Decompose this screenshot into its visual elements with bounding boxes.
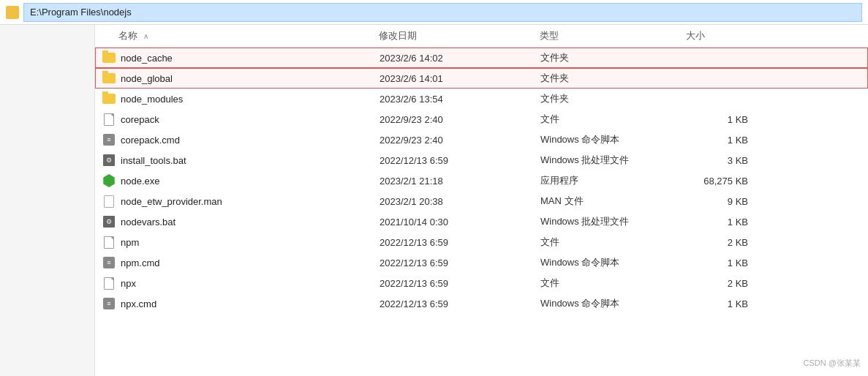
file-name-label: npx xyxy=(121,278,136,289)
table-row[interactable]: install_tools.bat 2022/12/13 6:59 Window… xyxy=(95,150,868,170)
file-size-cell: 1 KB xyxy=(687,298,760,309)
col-header-size[interactable]: 大小 xyxy=(686,29,759,42)
file-date-cell: 2022/12/13 6:59 xyxy=(380,298,540,309)
file-name-cell: npm xyxy=(102,235,380,249)
file-icon-wrapper xyxy=(102,214,116,229)
table-row[interactable]: nodevars.bat 2021/10/14 0:30 Windows 批处理… xyxy=(95,211,868,232)
file-name-label: npx.cmd xyxy=(121,298,156,309)
file-size-cell: 2 KB xyxy=(687,278,760,289)
file-name-label: corepack.cmd xyxy=(121,135,180,146)
file-icon-wrapper xyxy=(102,132,116,147)
sort-arrow-icon: ∧ xyxy=(143,32,148,40)
file-date-cell: 2023/2/1 20:38 xyxy=(380,196,540,207)
file-date-cell: 2021/10/14 0:30 xyxy=(380,217,540,228)
table-row[interactable]: node.exe 2023/2/1 21:18 应用程序 68,275 KB xyxy=(95,170,868,191)
file-type-cell: 文件夹 xyxy=(540,92,687,105)
file-date-cell: 2023/2/6 14:01 xyxy=(380,73,540,84)
table-row[interactable]: npx.cmd 2022/12/13 6:59 Windows 命令脚本 1 K… xyxy=(95,293,868,314)
file-type-cell: Windows 批处理文件 xyxy=(540,215,687,228)
sidebar xyxy=(0,25,95,376)
table-row[interactable]: node_global 2023/2/6 14:01 文件夹 xyxy=(95,68,868,89)
file-size-cell: 2 KB xyxy=(687,237,760,248)
file-name-label: corepack xyxy=(121,114,159,125)
file-icon xyxy=(104,113,114,126)
column-header: 名称 ∧ 修改日期 类型 大小 xyxy=(95,25,868,48)
file-type-cell: 文件夹 xyxy=(540,72,687,85)
file-type-cell: Windows 命令脚本 xyxy=(540,133,687,146)
file-icon-wrapper xyxy=(102,173,116,188)
file-name-label: node_etw_provider.man xyxy=(121,196,222,207)
file-name-cell: corepack.cmd xyxy=(102,132,380,147)
file-size-cell: 3 KB xyxy=(687,155,760,166)
file-name-cell: node_cache xyxy=(102,50,380,65)
table-row[interactable]: npm 2022/12/13 6:59 文件 2 KB xyxy=(95,232,868,252)
file-size-cell: 68,275 KB xyxy=(687,176,760,187)
file-icon xyxy=(104,277,114,290)
file-size-cell: 9 KB xyxy=(687,196,760,207)
file-date-cell: 2022/12/13 6:59 xyxy=(380,237,540,248)
file-date-cell: 2022/9/23 2:40 xyxy=(380,135,540,146)
file-name-label: install_tools.bat xyxy=(121,155,186,166)
file-icon-wrapper xyxy=(102,71,116,86)
file-icon-wrapper xyxy=(102,153,116,168)
table-row[interactable]: node_cache 2023/2/6 14:02 文件夹 xyxy=(95,48,868,68)
file-type-cell: Windows 命令脚本 xyxy=(540,297,687,310)
cmd-icon xyxy=(103,134,115,146)
file-date-cell: 2022/12/13 6:59 xyxy=(380,278,540,289)
col-header-name[interactable]: 名称 ∧ xyxy=(101,29,379,42)
file-date-cell: 2023/2/6 14:02 xyxy=(380,53,540,64)
file-name-label: npm xyxy=(121,237,139,248)
address-bar: E:\Program Files\nodejs xyxy=(0,0,868,25)
file-icon-wrapper xyxy=(102,91,116,106)
file-icon xyxy=(104,236,114,249)
file-size-cell: 1 KB xyxy=(687,257,760,268)
table-row[interactable]: npm.cmd 2022/12/13 6:59 Windows 命令脚本 1 K… xyxy=(95,252,868,273)
col-header-date[interactable]: 修改日期 xyxy=(379,29,540,42)
file-name-cell: nodevars.bat xyxy=(102,214,380,229)
file-name-cell: node_modules xyxy=(102,91,380,106)
file-date-cell: 2022/12/13 6:59 xyxy=(380,257,540,268)
file-icon-wrapper xyxy=(102,296,116,311)
file-size-cell: 1 KB xyxy=(687,217,760,228)
file-type-cell: MAN 文件 xyxy=(540,195,687,208)
folder-icon xyxy=(102,94,116,104)
table-row[interactable]: node_modules 2023/2/6 13:54 文件夹 xyxy=(95,89,868,109)
file-name-cell: node_global xyxy=(102,71,380,86)
folder-icon xyxy=(6,6,19,19)
file-icon-wrapper xyxy=(102,255,116,270)
exe-icon xyxy=(102,174,116,187)
file-date-cell: 2022/9/23 2:40 xyxy=(380,114,540,125)
table-row[interactable]: corepack 2022/9/23 2:40 文件 1 KB xyxy=(95,109,868,129)
bat-icon xyxy=(103,154,115,166)
bat-icon xyxy=(103,216,115,228)
file-type-cell: 文件 xyxy=(540,236,687,249)
file-name-label: node_cache xyxy=(121,53,173,64)
file-name-label: nodevars.bat xyxy=(121,217,176,228)
file-name-label: node_global xyxy=(121,73,173,84)
address-path[interactable]: E:\Program Files\nodejs xyxy=(23,3,862,22)
file-icon-wrapper xyxy=(102,235,116,249)
file-icon-wrapper xyxy=(102,112,116,127)
file-list[interactable]: 名称 ∧ 修改日期 类型 大小 node_cache 2023/2/6 14:0… xyxy=(95,25,868,376)
file-name-label: node.exe xyxy=(121,176,160,187)
table-row[interactable]: npx 2022/12/13 6:59 文件 2 KB xyxy=(95,273,868,293)
file-size-cell: 1 KB xyxy=(687,114,760,125)
col-header-type[interactable]: 类型 xyxy=(540,29,686,42)
file-size-cell: 1 KB xyxy=(687,135,760,146)
file-name-cell: corepack xyxy=(102,112,380,127)
man-icon xyxy=(104,195,114,208)
file-name-cell: npm.cmd xyxy=(102,255,380,270)
file-type-cell: 文件夹 xyxy=(540,51,687,64)
file-name-cell: node.exe xyxy=(102,173,380,188)
file-type-cell: 文件 xyxy=(540,113,687,126)
file-name-label: node_modules xyxy=(121,94,183,105)
folder-icon xyxy=(102,53,116,63)
file-type-cell: 文件 xyxy=(540,277,687,290)
table-row[interactable]: node_etw_provider.man 2023/2/1 20:38 MAN… xyxy=(95,191,868,211)
folder-icon xyxy=(102,73,116,83)
table-row[interactable]: corepack.cmd 2022/9/23 2:40 Windows 命令脚本… xyxy=(95,129,868,150)
cmd-icon xyxy=(103,257,115,268)
file-date-cell: 2023/2/6 13:54 xyxy=(380,94,540,105)
file-icon-wrapper xyxy=(102,50,116,65)
content-area: 名称 ∧ 修改日期 类型 大小 node_cache 2023/2/6 14:0… xyxy=(0,25,868,376)
